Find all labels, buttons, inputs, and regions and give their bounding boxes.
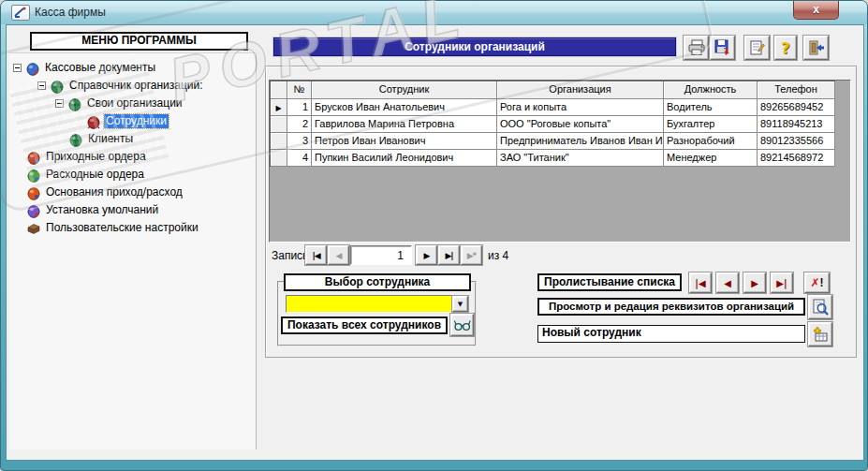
- org-directory-icon: [50, 79, 65, 94]
- browse-first-button[interactable]: |◀: [689, 272, 712, 293]
- tree-item-clients[interactable]: Клиенты: [9, 130, 135, 148]
- col-employee[interactable]: Сотрудник: [312, 81, 497, 99]
- col-org[interactable]: Организация: [497, 81, 664, 99]
- cell-num[interactable]: 4: [287, 150, 312, 167]
- cell-phone[interactable]: 89265689452: [758, 99, 835, 116]
- section-header: Сотрудники организаций: [273, 37, 676, 56]
- collapse-icon[interactable]: [55, 99, 64, 108]
- cell-position[interactable]: Разнорабочий: [664, 133, 758, 150]
- menu-tree: Кассовые документы Справочник организаци…: [9, 52, 257, 449]
- tree-item-label[interactable]: Пользовательские настройки: [44, 221, 200, 235]
- browse-next-button[interactable]: ▶: [743, 272, 766, 293]
- menu-header: МЕНЮ ПРОГРАММЫ: [30, 32, 248, 51]
- tree-item-label[interactable]: Основания приход/расход: [44, 185, 184, 199]
- tree-item-label[interactable]: Расходные ордера: [44, 168, 146, 182]
- title-bar[interactable]: Касса фирмы x: [1, 1, 867, 24]
- review-org-details-button[interactable]: [808, 295, 832, 319]
- tree-item-user-settings[interactable]: Пользовательские настройки: [9, 219, 200, 237]
- show-all-search-button[interactable]: [450, 314, 474, 336]
- last-record-button[interactable]: ▶|: [438, 245, 460, 265]
- save-icon: [714, 39, 732, 56]
- cell-num[interactable]: 2: [287, 116, 312, 133]
- show-all-employees-button[interactable]: Показать всех сотрудников: [281, 316, 448, 334]
- record-count-label: из 4: [488, 249, 508, 262]
- tree-item-income-orders[interactable]: Приходные ордера: [9, 148, 148, 166]
- cell-phone[interactable]: 89118945213: [758, 116, 835, 133]
- browse-last-button[interactable]: ▶|: [771, 272, 793, 293]
- cell-employee[interactable]: Брусков Иван Анатольевич: [312, 99, 497, 116]
- current-row-marker-icon: ▶: [275, 104, 281, 112]
- print-button[interactable]: [684, 36, 709, 60]
- screen: Касса фирмы x МЕНЮ ПРОГРАММЫ Кассовые до…: [0, 0, 868, 471]
- tree-item-defaults[interactable]: Установка умолчаний: [9, 201, 160, 219]
- col-num[interactable]: №: [287, 81, 312, 99]
- tree-item-employees[interactable]: Сотрудники: [9, 112, 169, 130]
- prev-record-button[interactable]: ◀: [328, 245, 349, 265]
- delete-icon: ✗: [810, 276, 819, 289]
- table-row[interactable]: ▶ 1 Брусков Иван Анатольевич Рога и копы…: [271, 99, 835, 116]
- next-record-button[interactable]: ▶: [416, 245, 437, 265]
- cell-phone[interactable]: 89214568972: [758, 150, 835, 167]
- tree-item-own-orgs[interactable]: Свои организации: [9, 95, 184, 112]
- table-row[interactable]: 4 Пупкин Василий Леонидович ЗАО "Титаник…: [271, 150, 835, 167]
- save-button[interactable]: [710, 36, 735, 60]
- tree-item-label[interactable]: Справочник организаций:: [67, 79, 205, 93]
- app-window: Касса фирмы x МЕНЮ ПРОГРАММЫ Кассовые до…: [0, 0, 868, 471]
- grounds-icon: [26, 185, 41, 200]
- help-button[interactable]: ?: [774, 36, 797, 60]
- cell-position[interactable]: Водитель: [664, 99, 758, 116]
- new-employee-button[interactable]: [808, 322, 832, 346]
- properties-button[interactable]: [744, 36, 770, 60]
- employee-combo-input[interactable]: [287, 296, 452, 312]
- tree-item-label[interactable]: Клиенты: [86, 132, 135, 146]
- exit-button[interactable]: [803, 36, 829, 60]
- cash-documents-icon: [25, 61, 40, 76]
- cell-org[interactable]: Рога и копыта: [497, 99, 664, 116]
- record-number-input[interactable]: [350, 245, 412, 265]
- cell-employee[interactable]: Гаврилова Марина Петровна: [312, 116, 497, 133]
- employee-combobox[interactable]: ▼: [286, 295, 469, 313]
- cell-org[interactable]: ООО "Роговые копыта": [497, 116, 664, 133]
- cell-position[interactable]: Бухгалтер: [664, 116, 758, 133]
- selector-header: [271, 81, 287, 99]
- cell-num[interactable]: 3: [287, 133, 312, 150]
- browse-prev-button[interactable]: ◀: [716, 272, 739, 293]
- col-position[interactable]: Должность: [664, 81, 758, 99]
- tree-item-expense-orders[interactable]: Расходные ордера: [9, 166, 146, 184]
- tree-item-label-selected[interactable]: Сотрудники: [104, 114, 169, 128]
- eyeglasses-icon: [453, 319, 472, 331]
- tree-item-cash-documents[interactable]: Кассовые документы: [9, 59, 157, 77]
- close-button[interactable]: x: [793, 1, 839, 20]
- cell-org[interactable]: Предприниматель Иванов Иван И: [497, 133, 664, 150]
- tree-item-label[interactable]: Свои организации: [85, 96, 184, 110]
- tree-item-label[interactable]: Приходные ордера: [44, 150, 148, 164]
- employees-icon: [86, 114, 101, 129]
- tree-item-org-directory[interactable]: Справочник организаций:: [9, 77, 205, 95]
- cell-position[interactable]: Менеджер: [664, 150, 758, 167]
- cell-num[interactable]: 1: [287, 99, 312, 116]
- table-row[interactable]: 3 Петров Иван Иванович Предприниматель И…: [271, 133, 835, 150]
- cell-employee[interactable]: Пупкин Василий Леонидович: [312, 150, 497, 167]
- user-settings-icon: [26, 221, 41, 236]
- first-record-button[interactable]: |◀: [305, 245, 327, 265]
- cell-employee[interactable]: Петров Иван Иванович: [312, 133, 497, 150]
- combo-dropdown-button[interactable]: ▼: [452, 296, 468, 312]
- cell-org[interactable]: ЗАО "Титаник": [497, 150, 664, 167]
- cell-phone[interactable]: 89012335566: [758, 133, 835, 150]
- tree-item-label[interactable]: Установка умолчаний: [44, 203, 160, 217]
- new-record-nav-button[interactable]: ▶*: [461, 245, 482, 265]
- app-icon: [11, 5, 30, 21]
- table-row[interactable]: 2 Гаврилова Марина Петровна ООО "Роговые…: [271, 116, 835, 133]
- clients-icon: [68, 132, 83, 147]
- collapse-icon[interactable]: [13, 64, 22, 72]
- defaults-icon: [26, 203, 41, 218]
- employees-table[interactable]: № Сотрудник Организация Должность Телефо…: [270, 81, 835, 167]
- col-phone[interactable]: Телефон: [758, 81, 835, 99]
- collapse-icon[interactable]: [37, 81, 46, 90]
- tree-item-grounds[interactable]: Основания приход/расход: [9, 184, 184, 201]
- own-orgs-icon: [67, 96, 82, 111]
- preview-magnifier-icon: [812, 299, 830, 316]
- delete-record-button[interactable]: ✗!: [804, 272, 830, 293]
- tree-item-label[interactable]: Кассовые документы: [43, 61, 157, 75]
- income-orders-icon: [26, 150, 41, 165]
